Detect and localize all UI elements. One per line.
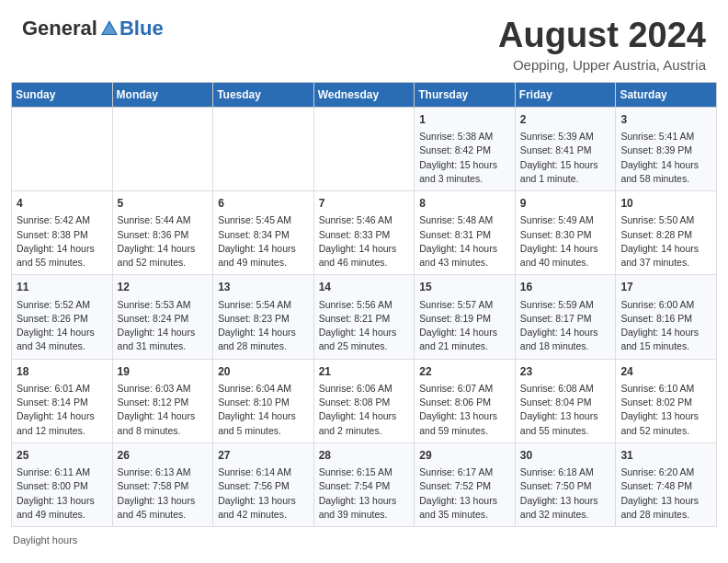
day-number: 24 — [620, 364, 711, 380]
day-info: Sunrise: 6:10 AMSunset: 8:02 PMDaylight:… — [620, 382, 711, 438]
day-number: 3 — [620, 112, 711, 128]
day-number: 16 — [520, 280, 611, 295]
weekday-header-wednesday: Wednesday — [313, 82, 415, 107]
day-number: 1 — [419, 112, 510, 128]
weekday-header-thursday: Thursday — [415, 82, 516, 107]
logo-blue-text: Blue — [119, 17, 164, 40]
calendar-week-row: 18Sunrise: 6:01 AMSunset: 8:14 PMDayligh… — [12, 359, 717, 442]
day-info: Sunrise: 6:15 AMSunset: 7:54 PMDaylight:… — [319, 465, 410, 522]
day-info: Sunrise: 6:13 AMSunset: 7:58 PMDaylight:… — [118, 465, 209, 522]
calendar-cell: 8Sunrise: 5:48 AMSunset: 8:31 PMDaylight… — [415, 191, 516, 275]
day-info: Sunrise: 5:41 AMSunset: 8:39 PMDaylight:… — [620, 130, 711, 186]
calendar-week-row: 25Sunrise: 6:11 AMSunset: 8:00 PMDayligh… — [12, 442, 717, 526]
day-info: Sunrise: 5:38 AMSunset: 8:42 PMDaylight:… — [419, 130, 510, 186]
day-number: 2 — [520, 112, 611, 128]
calendar-cell: 5Sunrise: 5:44 AMSunset: 8:36 PMDaylight… — [112, 191, 213, 275]
day-info: Sunrise: 5:46 AMSunset: 8:33 PMDaylight:… — [319, 213, 410, 270]
day-info: Sunrise: 6:07 AMSunset: 8:06 PMDaylight:… — [419, 382, 510, 438]
day-number: 28 — [319, 448, 410, 464]
calendar-week-row: 4Sunrise: 5:42 AMSunset: 8:38 PMDaylight… — [12, 191, 717, 275]
day-info: Sunrise: 5:59 AMSunset: 8:17 PMDaylight:… — [520, 298, 611, 354]
calendar-week-row: 1Sunrise: 5:38 AMSunset: 8:42 PMDaylight… — [12, 107, 717, 190]
day-info: Sunrise: 6:18 AMSunset: 7:50 PMDaylight:… — [520, 465, 611, 522]
calendar-cell: 17Sunrise: 6:00 AMSunset: 8:16 PMDayligh… — [616, 275, 717, 359]
day-number: 26 — [118, 448, 209, 464]
calendar-cell: 7Sunrise: 5:46 AMSunset: 8:33 PMDaylight… — [313, 191, 415, 275]
day-number: 13 — [218, 280, 309, 295]
day-info: Sunrise: 6:01 AMSunset: 8:14 PMDaylight:… — [17, 382, 108, 438]
day-info: Sunrise: 5:50 AMSunset: 8:28 PMDaylight:… — [620, 213, 711, 270]
weekday-header-tuesday: Tuesday — [213, 82, 314, 107]
calendar-cell: 6Sunrise: 5:45 AMSunset: 8:34 PMDaylight… — [213, 191, 314, 275]
calendar-cell: 1Sunrise: 5:38 AMSunset: 8:42 PMDaylight… — [415, 107, 516, 190]
calendar-cell: 14Sunrise: 5:56 AMSunset: 8:21 PMDayligh… — [313, 275, 415, 359]
page-header: General Blue August 2024 Oepping, Upper … — [0, 0, 728, 82]
day-number: 21 — [319, 364, 410, 380]
day-number: 5 — [118, 196, 209, 212]
day-number: 10 — [620, 196, 711, 212]
day-info: Sunrise: 6:17 AMSunset: 7:52 PMDaylight:… — [419, 465, 510, 522]
day-info: Sunrise: 5:39 AMSunset: 8:41 PMDaylight:… — [520, 130, 611, 186]
calendar-cell: 24Sunrise: 6:10 AMSunset: 8:02 PMDayligh… — [616, 359, 717, 442]
day-number: 30 — [520, 448, 611, 464]
calendar-cell: 20Sunrise: 6:04 AMSunset: 8:10 PMDayligh… — [213, 359, 314, 442]
calendar-cell: 25Sunrise: 6:11 AMSunset: 8:00 PMDayligh… — [12, 442, 113, 526]
day-info: Sunrise: 5:45 AMSunset: 8:34 PMDaylight:… — [218, 213, 309, 270]
calendar-cell: 18Sunrise: 6:01 AMSunset: 8:14 PMDayligh… — [12, 359, 113, 442]
calendar-cell: 10Sunrise: 5:50 AMSunset: 8:28 PMDayligh… — [616, 191, 717, 275]
day-number: 23 — [520, 364, 611, 380]
calendar-cell — [313, 107, 415, 190]
calendar-cell: 26Sunrise: 6:13 AMSunset: 7:58 PMDayligh… — [112, 442, 213, 526]
day-number: 20 — [218, 364, 309, 380]
calendar-cell: 22Sunrise: 6:07 AMSunset: 8:06 PMDayligh… — [415, 359, 516, 442]
calendar-cell: 19Sunrise: 6:03 AMSunset: 8:12 PMDayligh… — [112, 359, 213, 442]
footer-note: Daylight hours — [0, 527, 728, 551]
weekday-header-monday: Monday — [112, 82, 213, 107]
weekday-header-saturday: Saturday — [616, 82, 717, 107]
day-number: 22 — [419, 364, 510, 380]
day-info: Sunrise: 6:14 AMSunset: 7:56 PMDaylight:… — [218, 465, 309, 522]
day-info: Sunrise: 5:57 AMSunset: 8:19 PMDaylight:… — [419, 298, 510, 354]
day-number: 14 — [319, 280, 410, 295]
day-info: Sunrise: 6:20 AMSunset: 7:48 PMDaylight:… — [620, 465, 711, 522]
day-info: Sunrise: 5:48 AMSunset: 8:31 PMDaylight:… — [419, 213, 510, 270]
weekday-header-friday: Friday — [515, 82, 616, 107]
month-title: August 2024 — [498, 17, 706, 55]
calendar-cell: 2Sunrise: 5:39 AMSunset: 8:41 PMDaylight… — [515, 107, 616, 190]
title-block: August 2024 Oepping, Upper Austria, Aust… — [498, 17, 706, 73]
location-text: Oepping, Upper Austria, Austria — [498, 57, 706, 73]
logo-general-text: General — [22, 17, 97, 40]
calendar-cell: 12Sunrise: 5:53 AMSunset: 8:24 PMDayligh… — [112, 275, 213, 359]
day-info: Sunrise: 6:04 AMSunset: 8:10 PMDaylight:… — [218, 382, 309, 438]
day-info: Sunrise: 6:00 AMSunset: 8:16 PMDaylight:… — [620, 298, 711, 354]
logo-icon — [99, 18, 119, 39]
day-info: Sunrise: 6:03 AMSunset: 8:12 PMDaylight:… — [118, 382, 209, 438]
calendar-table: SundayMondayTuesdayWednesdayThursdayFrid… — [11, 82, 717, 527]
calendar-cell — [213, 107, 314, 190]
calendar-cell: 15Sunrise: 5:57 AMSunset: 8:19 PMDayligh… — [415, 275, 516, 359]
calendar-week-row: 11Sunrise: 5:52 AMSunset: 8:26 PMDayligh… — [12, 275, 717, 359]
calendar-cell: 9Sunrise: 5:49 AMSunset: 8:30 PMDaylight… — [515, 191, 616, 275]
day-info: Sunrise: 5:44 AMSunset: 8:36 PMDaylight:… — [118, 213, 209, 270]
day-number: 18 — [17, 364, 108, 380]
calendar-cell: 23Sunrise: 6:08 AMSunset: 8:04 PMDayligh… — [515, 359, 616, 442]
day-number: 29 — [419, 448, 510, 464]
day-info: Sunrise: 5:42 AMSunset: 8:38 PMDaylight:… — [17, 213, 108, 270]
weekday-header-sunday: Sunday — [12, 82, 113, 107]
day-info: Sunrise: 5:49 AMSunset: 8:30 PMDaylight:… — [520, 213, 611, 270]
day-number: 19 — [118, 364, 209, 380]
day-number: 17 — [620, 280, 711, 295]
calendar-cell: 4Sunrise: 5:42 AMSunset: 8:38 PMDaylight… — [12, 191, 113, 275]
calendar-cell — [112, 107, 213, 190]
day-number: 6 — [218, 196, 309, 212]
day-info: Sunrise: 6:06 AMSunset: 8:08 PMDaylight:… — [319, 382, 410, 438]
calendar-cell: 16Sunrise: 5:59 AMSunset: 8:17 PMDayligh… — [515, 275, 616, 359]
calendar-cell: 27Sunrise: 6:14 AMSunset: 7:56 PMDayligh… — [213, 442, 314, 526]
day-number: 25 — [17, 448, 108, 464]
day-number: 7 — [319, 196, 410, 212]
day-number: 12 — [118, 280, 209, 295]
calendar-cell: 11Sunrise: 5:52 AMSunset: 8:26 PMDayligh… — [12, 275, 113, 359]
calendar-cell: 28Sunrise: 6:15 AMSunset: 7:54 PMDayligh… — [313, 442, 415, 526]
calendar-cell: 31Sunrise: 6:20 AMSunset: 7:48 PMDayligh… — [616, 442, 717, 526]
day-info: Sunrise: 5:56 AMSunset: 8:21 PMDaylight:… — [319, 298, 410, 354]
